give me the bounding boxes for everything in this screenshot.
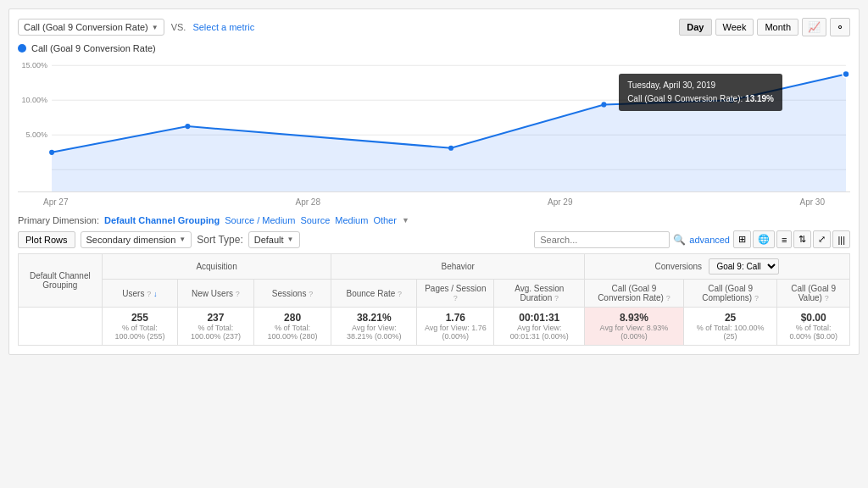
col-header-completions: Call (Goal 9 Completions) ? xyxy=(683,280,776,308)
week-button[interactable]: Week xyxy=(715,19,754,36)
col-header-avg-duration: Avg. Session Duration ? xyxy=(494,280,585,308)
col-header-pages-session: Pages / Session ? xyxy=(417,280,494,308)
col-header-bounce-rate: Bounce Rate ? xyxy=(331,280,417,308)
sessions-sub: % of Total: 100.00% (280) xyxy=(261,324,325,341)
secondary-dim-label: Secondary dimension xyxy=(86,235,176,245)
advanced-link[interactable]: advanced xyxy=(689,235,730,245)
secondary-dim-caret: ▼ xyxy=(179,236,186,243)
pivot-view-btn[interactable]: ⤢ xyxy=(813,230,831,248)
svg-text:10.00%: 10.00% xyxy=(22,96,48,104)
line-chart-icon-btn[interactable]: 📈 xyxy=(802,18,826,36)
data-table: Default Channel Grouping Acquisition Beh… xyxy=(18,253,850,346)
svg-marker-7 xyxy=(52,75,846,191)
svg-point-13 xyxy=(843,70,849,77)
completions-info-icon: ? xyxy=(754,294,759,302)
day-button[interactable]: Day xyxy=(679,19,711,36)
col-header-users: Users ? ↓ xyxy=(102,280,177,308)
view-icon-group: ⊞ 🌐 ≡ ⇅ ⤢ ||| xyxy=(733,230,850,248)
users-sub: % of Total: 100.00% (255) xyxy=(109,324,170,341)
primary-dim-link-source-medium[interactable]: Source / Medium xyxy=(225,215,295,225)
new-users-value: 237 xyxy=(185,312,246,324)
row-new-users: 237 % of Total: 100.00% (237) xyxy=(178,308,253,346)
row-users: 255 % of Total: 100.00% (255) xyxy=(102,308,177,346)
sessions-info-icon: ? xyxy=(309,290,313,298)
x-label-apr28: Apr 28 xyxy=(296,197,320,207)
sessions-value: 280 xyxy=(261,312,325,324)
conv-rate-value: 8.93% xyxy=(592,312,676,324)
pages-session-value: 1.76 xyxy=(424,312,487,324)
svg-point-8 xyxy=(49,150,54,155)
top-right-controls: Day Week Month 📈 ⚬ xyxy=(679,18,850,36)
new-users-info-icon: ? xyxy=(236,290,240,298)
grid-view-btn[interactable]: ⊞ xyxy=(733,230,751,248)
col-header-new-users: New Users ? xyxy=(178,280,253,308)
users-info-icon: ? xyxy=(147,290,151,298)
x-label-apr29: Apr 29 xyxy=(548,197,572,207)
metric-dropdown[interactable]: Call (Goal 9 Conversion Rate) ▼ xyxy=(18,19,164,36)
row-sessions: 280 % of Total: 100.00% (280) xyxy=(253,308,331,346)
select-metric-link[interactable]: Select a metric xyxy=(192,22,254,32)
row-completions: 25 % of Total: 100.00% (25) xyxy=(683,308,776,346)
top-controls: Call (Goal 9 Conversion Rate) ▼ VS. Sele… xyxy=(18,18,850,36)
col-header-channel: Default Channel Grouping xyxy=(19,254,103,308)
completions-value: 25 xyxy=(691,312,770,324)
list-view-btn[interactable]: ≡ xyxy=(776,230,792,248)
month-button[interactable]: Month xyxy=(757,19,798,36)
users-value: 255 xyxy=(109,312,170,324)
primary-dim-link-medium[interactable]: Medium xyxy=(335,215,368,225)
value-value: $0.00 xyxy=(784,312,843,324)
svg-text:5.00%: 5.00% xyxy=(26,130,48,139)
chart-area: 15.00% 10.00% 5.00% Tuesday, April 30, 2… xyxy=(18,57,850,192)
svg-point-12 xyxy=(728,97,735,103)
x-label-apr27: Apr 27 xyxy=(43,197,68,207)
row-value: $0.00 % of Total: 0.00% ($0.00) xyxy=(777,308,850,346)
goal-dropdown[interactable]: Goal 9: Call xyxy=(709,258,779,274)
table-controls-left: Plot Rows Secondary dimension ▼ Sort Typ… xyxy=(18,231,300,248)
bounce-rate-sub: Avg for View: 38.21% (0.00%) xyxy=(338,324,409,341)
legend-label: Call (Goal 9 Conversion Rate) xyxy=(31,43,156,53)
top-left-controls: Call (Goal 9 Conversion Rate) ▼ VS. Sele… xyxy=(18,19,254,36)
users-sort-icon[interactable]: ↓ xyxy=(153,290,158,298)
row-conv-rate: 8.93% Avg for View: 8.93% (0.00%) xyxy=(585,308,684,346)
table-controls-row: Plot Rows Secondary dimension ▼ Sort Typ… xyxy=(18,230,850,248)
legend-dot xyxy=(18,44,26,53)
svg-point-11 xyxy=(601,102,606,107)
sort-default-caret: ▼ xyxy=(287,236,294,243)
pages-session-sub: Avg for View: 1.76 (0.00%) xyxy=(424,324,487,341)
primary-dim-label: Primary Dimension: xyxy=(18,215,99,225)
row-avg-duration: 00:01:31 Avg for View: 00:01:31 (0.00%) xyxy=(494,308,585,346)
svg-point-9 xyxy=(185,124,190,129)
bar-view-btn[interactable]: ||| xyxy=(832,230,850,248)
pages-session-info-icon: ? xyxy=(453,294,458,302)
col-header-sessions: Sessions ? xyxy=(253,280,331,308)
row-channel-label xyxy=(19,308,103,346)
sort-default-label: Default xyxy=(254,235,284,245)
avg-duration-info-icon: ? xyxy=(554,294,559,302)
sort-type-dropdown[interactable]: Default ▼ xyxy=(248,231,300,248)
secondary-dimension-dropdown[interactable]: Secondary dimension ▼ xyxy=(81,231,192,248)
vs-label: VS. xyxy=(171,22,186,32)
line-chart-svg: 15.00% 10.00% 5.00% xyxy=(18,57,850,191)
primary-dimension-row: Primary Dimension: Default Channel Group… xyxy=(18,215,850,225)
conversions-header: Conversions Goal 9: Call xyxy=(585,254,850,280)
metric-dropdown-label: Call (Goal 9 Conversion Rate) xyxy=(24,22,148,32)
search-icon: 🔍 xyxy=(673,234,686,246)
primary-dim-link-source[interactable]: Source xyxy=(300,215,330,225)
plot-rows-button[interactable]: Plot Rows xyxy=(18,231,75,248)
scatter-chart-icon-btn[interactable]: ⚬ xyxy=(830,18,850,36)
other-dropdown-caret[interactable]: ▼ xyxy=(402,216,409,225)
primary-dim-link-other[interactable]: Other xyxy=(373,215,397,225)
col-header-conv-rate: Call (Goal 9 Conversion Rate) ? xyxy=(585,280,684,308)
search-input[interactable] xyxy=(534,231,670,248)
sort-view-btn[interactable]: ⇅ xyxy=(793,230,811,248)
avg-duration-value: 00:01:31 xyxy=(501,312,577,324)
globe-view-btn[interactable]: 🌐 xyxy=(753,230,775,248)
value-sub: % of Total: 0.00% ($0.00) xyxy=(784,324,843,341)
avg-duration-sub: Avg for View: 00:01:31 (0.00%) xyxy=(501,324,577,341)
value-info-icon: ? xyxy=(825,294,829,302)
bounce-rate-info-icon: ? xyxy=(398,290,402,298)
row-pages-session: 1.76 Avg for View: 1.76 (0.00%) xyxy=(417,308,494,346)
row-bounce-rate: 38.21% Avg for View: 38.21% (0.00%) xyxy=(331,308,417,346)
behavior-header: Behavior xyxy=(331,254,585,280)
svg-text:15.00%: 15.00% xyxy=(22,61,48,69)
